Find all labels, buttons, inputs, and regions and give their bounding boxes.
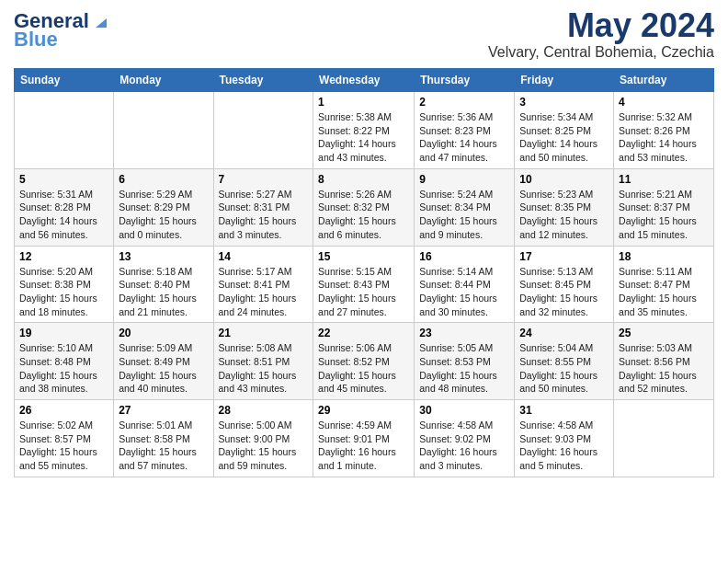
- weekday-header-thursday: Thursday: [415, 69, 515, 92]
- calendar-cell: 29Sunrise: 4:59 AM Sunset: 9:01 PM Dayli…: [313, 400, 415, 477]
- day-info: Sunrise: 5:32 AM Sunset: 8:26 PM Dayligh…: [619, 110, 709, 165]
- month-title: May 2024: [488, 9, 714, 42]
- calendar-cell: 31Sunrise: 4:58 AM Sunset: 9:03 PM Dayli…: [515, 400, 614, 477]
- weekday-header-monday: Monday: [114, 69, 213, 92]
- calendar-cell: 27Sunrise: 5:01 AM Sunset: 8:58 PM Dayli…: [114, 400, 213, 477]
- day-number: 14: [219, 250, 309, 263]
- day-info: Sunrise: 4:59 AM Sunset: 9:01 PM Dayligh…: [318, 419, 409, 473]
- day-number: 13: [119, 250, 208, 263]
- calendar-cell: 1Sunrise: 5:38 AM Sunset: 8:22 PM Daylig…: [313, 92, 415, 169]
- calendar-cell: 16Sunrise: 5:14 AM Sunset: 8:44 PM Dayli…: [415, 246, 515, 323]
- calendar-week-2: 5Sunrise: 5:31 AM Sunset: 8:28 PM Daylig…: [15, 168, 714, 246]
- day-number: 8: [318, 173, 409, 186]
- logo: General Blue: [14, 9, 107, 52]
- calendar-cell: 3Sunrise: 5:34 AM Sunset: 8:25 PM Daylig…: [515, 92, 614, 169]
- day-info: Sunrise: 5:34 AM Sunset: 8:25 PM Dayligh…: [519, 110, 609, 165]
- calendar-cell: 22Sunrise: 5:06 AM Sunset: 8:52 PM Dayli…: [313, 323, 415, 400]
- calendar-cell: 9Sunrise: 5:24 AM Sunset: 8:34 PM Daylig…: [415, 168, 515, 246]
- calendar-cell: 28Sunrise: 5:00 AM Sunset: 9:00 PM Dayli…: [213, 400, 313, 477]
- day-info: Sunrise: 5:18 AM Sunset: 8:40 PM Dayligh…: [119, 265, 208, 319]
- calendar-cell: [15, 92, 114, 169]
- logo-icon: [90, 11, 107, 28]
- day-info: Sunrise: 5:26 AM Sunset: 8:32 PM Dayligh…: [318, 188, 409, 242]
- calendar-cell: 23Sunrise: 5:05 AM Sunset: 8:53 PM Dayli…: [415, 323, 515, 400]
- weekday-header-saturday: Saturday: [614, 69, 714, 92]
- day-info: Sunrise: 5:13 AM Sunset: 8:45 PM Dayligh…: [519, 265, 609, 319]
- calendar-cell: 20Sunrise: 5:09 AM Sunset: 8:49 PM Dayli…: [114, 323, 213, 400]
- calendar-cell: 12Sunrise: 5:20 AM Sunset: 8:38 PM Dayli…: [15, 246, 114, 323]
- day-info: Sunrise: 5:27 AM Sunset: 8:31 PM Dayligh…: [219, 188, 309, 242]
- calendar-cell: 4Sunrise: 5:32 AM Sunset: 8:26 PM Daylig…: [614, 92, 714, 169]
- weekday-header-wednesday: Wednesday: [313, 69, 415, 92]
- day-info: Sunrise: 5:24 AM Sunset: 8:34 PM Dayligh…: [419, 188, 509, 242]
- day-info: Sunrise: 4:58 AM Sunset: 9:03 PM Dayligh…: [519, 419, 609, 473]
- day-number: 18: [619, 250, 709, 263]
- calendar-cell: 6Sunrise: 5:29 AM Sunset: 8:29 PM Daylig…: [114, 168, 213, 246]
- day-number: 5: [19, 173, 108, 186]
- day-info: Sunrise: 5:08 AM Sunset: 8:51 PM Dayligh…: [219, 341, 309, 396]
- calendar-cell: 19Sunrise: 5:10 AM Sunset: 8:48 PM Dayli…: [15, 323, 114, 400]
- day-number: 27: [119, 404, 208, 417]
- day-number: 26: [19, 404, 108, 417]
- day-info: Sunrise: 5:36 AM Sunset: 8:23 PM Dayligh…: [419, 110, 509, 165]
- calendar-cell: [614, 400, 714, 477]
- day-number: 11: [619, 173, 709, 186]
- calendar-cell: 14Sunrise: 5:17 AM Sunset: 8:41 PM Dayli…: [213, 246, 313, 323]
- day-number: 4: [619, 96, 709, 109]
- calendar-cell: 13Sunrise: 5:18 AM Sunset: 8:40 PM Dayli…: [114, 246, 213, 323]
- weekday-header-tuesday: Tuesday: [213, 69, 313, 92]
- day-info: Sunrise: 5:17 AM Sunset: 8:41 PM Dayligh…: [219, 265, 309, 319]
- day-info: Sunrise: 5:21 AM Sunset: 8:37 PM Dayligh…: [619, 188, 709, 242]
- day-number: 29: [318, 404, 409, 417]
- calendar-cell: 2Sunrise: 5:36 AM Sunset: 8:23 PM Daylig…: [415, 92, 515, 169]
- day-number: 20: [119, 327, 208, 339]
- day-number: 10: [519, 173, 609, 186]
- calendar-cell: [114, 92, 213, 169]
- title-block: May 2024 Velvary, Central Bohemia, Czech…: [488, 9, 714, 61]
- calendar-cell: 11Sunrise: 5:21 AM Sunset: 8:37 PM Dayli…: [614, 168, 714, 246]
- day-info: Sunrise: 5:29 AM Sunset: 8:29 PM Dayligh…: [119, 188, 208, 242]
- day-number: 16: [419, 250, 509, 263]
- day-number: 1: [318, 96, 409, 109]
- day-number: 21: [219, 327, 309, 339]
- day-number: 9: [419, 173, 509, 186]
- calendar-cell: 15Sunrise: 5:15 AM Sunset: 8:43 PM Dayli…: [313, 246, 415, 323]
- calendar-week-1: 1Sunrise: 5:38 AM Sunset: 8:22 PM Daylig…: [15, 92, 714, 169]
- calendar-cell: 26Sunrise: 5:02 AM Sunset: 8:57 PM Dayli…: [15, 400, 114, 477]
- day-number: 19: [19, 327, 108, 339]
- day-info: Sunrise: 5:09 AM Sunset: 8:49 PM Dayligh…: [119, 341, 208, 396]
- location: Velvary, Central Bohemia, Czechia: [488, 44, 714, 61]
- weekday-header-friday: Friday: [515, 69, 614, 92]
- calendar-cell: 7Sunrise: 5:27 AM Sunset: 8:31 PM Daylig…: [213, 168, 313, 246]
- day-info: Sunrise: 5:02 AM Sunset: 8:57 PM Dayligh…: [19, 419, 108, 473]
- day-number: 23: [419, 327, 509, 339]
- calendar-cell: 8Sunrise: 5:26 AM Sunset: 8:32 PM Daylig…: [313, 168, 415, 246]
- day-info: Sunrise: 5:01 AM Sunset: 8:58 PM Dayligh…: [119, 419, 208, 473]
- weekday-header-sunday: Sunday: [15, 69, 114, 92]
- calendar-cell: 25Sunrise: 5:03 AM Sunset: 8:56 PM Dayli…: [614, 323, 714, 400]
- calendar-table: SundayMondayTuesdayWednesdayThursdayFrid…: [14, 68, 714, 477]
- calendar-cell: 17Sunrise: 5:13 AM Sunset: 8:45 PM Dayli…: [515, 246, 614, 323]
- day-info: Sunrise: 4:58 AM Sunset: 9:02 PM Dayligh…: [419, 419, 509, 473]
- day-number: 30: [419, 404, 509, 417]
- day-number: 31: [519, 404, 609, 417]
- weekday-header-row: SundayMondayTuesdayWednesdayThursdayFrid…: [15, 69, 714, 92]
- day-info: Sunrise: 5:14 AM Sunset: 8:44 PM Dayligh…: [419, 265, 509, 319]
- calendar-cell: 30Sunrise: 4:58 AM Sunset: 9:02 PM Dayli…: [415, 400, 515, 477]
- day-number: 28: [219, 404, 309, 417]
- day-number: 2: [419, 96, 509, 109]
- calendar-week-4: 19Sunrise: 5:10 AM Sunset: 8:48 PM Dayli…: [15, 323, 714, 400]
- day-info: Sunrise: 5:38 AM Sunset: 8:22 PM Dayligh…: [318, 110, 409, 165]
- logo-blue: Blue: [14, 28, 58, 52]
- day-info: Sunrise: 5:31 AM Sunset: 8:28 PM Dayligh…: [19, 188, 108, 242]
- day-info: Sunrise: 5:06 AM Sunset: 8:52 PM Dayligh…: [318, 341, 409, 396]
- day-info: Sunrise: 5:00 AM Sunset: 9:00 PM Dayligh…: [219, 419, 309, 473]
- day-number: 15: [318, 250, 409, 263]
- day-number: 6: [119, 173, 208, 186]
- day-number: 12: [19, 250, 108, 263]
- day-number: 24: [519, 327, 609, 339]
- calendar-cell: [213, 92, 313, 169]
- calendar-cell: 18Sunrise: 5:11 AM Sunset: 8:47 PM Dayli…: [614, 246, 714, 323]
- svg-marker-0: [96, 18, 107, 28]
- day-info: Sunrise: 5:05 AM Sunset: 8:53 PM Dayligh…: [419, 341, 509, 396]
